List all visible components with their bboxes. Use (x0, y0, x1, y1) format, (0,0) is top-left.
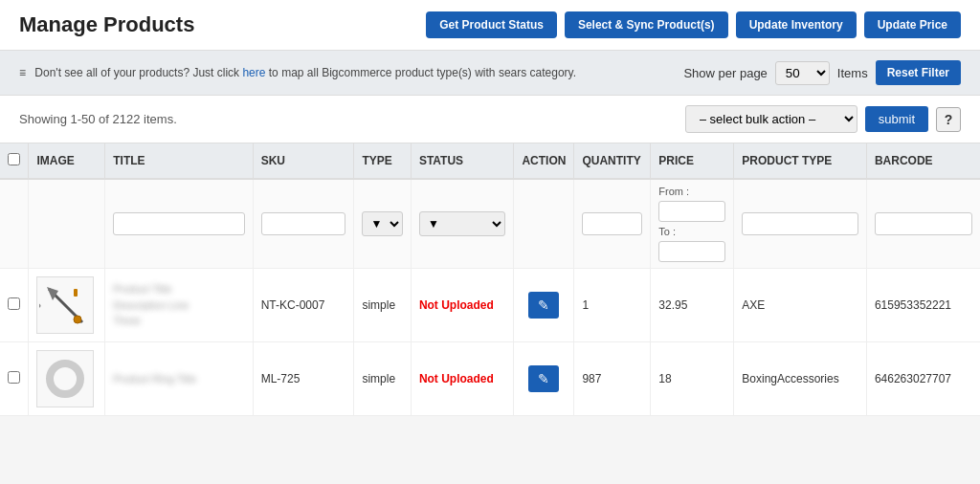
th-type: TYPE (354, 143, 411, 179)
row1-title-cell: Product TitleDescription LineThree (105, 269, 253, 342)
info-text-after-link: to map all Bigcommerce product type(s) w… (265, 66, 576, 79)
filter-title-cell (105, 179, 253, 269)
table-row: Product Ring Title ML-725 simple Not Upl… (0, 342, 980, 416)
menu-icon: ≡ (19, 66, 26, 79)
axe-image-svg (39, 279, 92, 332)
info-bar-message: ≡ Don't see all of your products? Just c… (19, 66, 576, 79)
row2-product-type: BoxingAccessories (742, 372, 838, 385)
filter-action-cell (514, 179, 574, 269)
row1-checkbox[interactable] (8, 297, 20, 310)
filter-row: ▼ simple configurable ▼ Not Uploaded Upl… (0, 179, 980, 269)
update-price-button[interactable]: Update Price (864, 11, 961, 38)
pencil-icon: ✎ (538, 297, 549, 313)
row2-image-cell (29, 342, 105, 416)
toolbar: Showing 1-50 of 2122 items. – select bul… (0, 96, 980, 143)
row2-barcode-cell: 646263027707 (866, 342, 980, 416)
row2-sku: ML-725 (261, 372, 301, 385)
toolbar-right: – select bulk action – Delete Activate D… (685, 105, 961, 133)
top-bar: Manage Products Get Product Status Selec… (0, 0, 980, 51)
row1-type: simple (362, 298, 395, 312)
th-action: ACTION (514, 143, 574, 179)
info-bar-right: Show per page 50 25 100 Items Reset Filt… (683, 60, 961, 85)
row1-barcode: 615953352221 (875, 298, 951, 312)
row2-status-cell: Not Uploaded (411, 342, 514, 416)
select-sync-button[interactable]: Select & Sync Product(s) (565, 11, 728, 38)
price-from-input[interactable] (658, 201, 725, 222)
th-status: STATUS (411, 143, 514, 179)
price-filter-group: From : To : (658, 186, 725, 262)
filter-price-cell: From : To : (651, 179, 734, 269)
get-product-status-button[interactable]: Get Product Status (426, 11, 557, 38)
main-content: IMAGE TITLE SKU TYPE STATUS ACTION QUANT… (0, 143, 980, 416)
th-sku: SKU (253, 143, 354, 179)
show-per-page-select[interactable]: 50 25 100 (775, 61, 830, 85)
reset-filter-button[interactable]: Reset Filter (876, 60, 961, 85)
row1-checkbox-cell (0, 269, 29, 342)
select-all-checkbox[interactable] (8, 153, 20, 165)
row1-prodtype-cell: AXE (734, 269, 867, 342)
row2-qty-cell: 987 (574, 342, 651, 416)
filter-type-cell: ▼ simple configurable (354, 179, 411, 269)
th-image: IMAGE (29, 143, 105, 179)
map-products-link[interactable]: here (242, 66, 265, 79)
showing-text: Showing 1-50 of 2122 items. (19, 112, 177, 126)
info-bar: ≡ Don't see all of your products? Just c… (0, 51, 980, 96)
qty-filter-input[interactable] (582, 212, 642, 235)
ring-shape (46, 360, 84, 398)
top-bar-buttons: Get Product Status Select & Sync Product… (426, 11, 961, 38)
status-filter-select[interactable]: ▼ Not Uploaded Uploaded (419, 211, 506, 236)
update-inventory-button[interactable]: Update Inventory (736, 11, 857, 38)
items-label: Items (837, 66, 868, 80)
type-filter-select[interactable]: ▼ simple configurable (362, 211, 402, 236)
row2-price-cell: 18 (651, 342, 734, 416)
filter-sku-cell (253, 179, 354, 269)
row2-checkbox[interactable] (8, 371, 20, 384)
row1-product-image (36, 276, 94, 334)
help-button[interactable]: ? (936, 107, 961, 132)
barcode-filter-input[interactable] (875, 212, 972, 235)
pencil-icon: ✎ (538, 371, 549, 386)
info-text-before-link: Don't see all of your products? Just cli… (34, 66, 242, 79)
row2-barcode: 646263027707 (875, 372, 951, 385)
row2-edit-button[interactable]: ✎ (528, 365, 559, 392)
row2-status: Not Uploaded (419, 372, 494, 385)
row1-product-type: AXE (742, 298, 765, 312)
th-quantity: QUANTITY (574, 143, 651, 179)
row2-checkbox-cell (0, 342, 29, 416)
row2-prodtype-cell: BoxingAccessories (734, 342, 867, 416)
row1-price: 32.95 (658, 298, 687, 312)
row1-sku-cell: NT-KC-0007 (253, 269, 354, 342)
title-filter-input[interactable] (113, 212, 244, 235)
price-to-label: To : (658, 226, 725, 237)
svg-rect-4 (74, 289, 78, 297)
price-to-input[interactable] (658, 241, 725, 262)
th-checkbox (0, 143, 29, 179)
table-header-row: IMAGE TITLE SKU TYPE STATUS ACTION QUANT… (0, 143, 980, 179)
row1-qty-cell: 1 (574, 269, 651, 342)
submit-button[interactable]: submit (865, 106, 928, 132)
row1-action-cell: ✎ (514, 269, 574, 342)
filter-prodtype-cell (734, 179, 867, 269)
prodtype-filter-input[interactable] (742, 212, 858, 235)
row1-title: Product TitleDescription LineThree (113, 281, 244, 329)
table-row: Product TitleDescription LineThree NT-KC… (0, 269, 980, 342)
svg-rect-0 (39, 298, 41, 315)
th-barcode: BARCODE (866, 143, 980, 179)
row1-edit-button[interactable]: ✎ (528, 292, 559, 319)
row2-title: Product Ring Title (113, 371, 244, 387)
svg-point-3 (74, 316, 81, 323)
filter-qty-cell (574, 179, 651, 269)
row2-product-image (36, 350, 94, 407)
bulk-action-select[interactable]: – select bulk action – Delete Activate D… (685, 105, 858, 133)
row2-type: simple (362, 372, 395, 385)
products-table: IMAGE TITLE SKU TYPE STATUS ACTION QUANT… (0, 143, 980, 416)
row2-sku-cell: ML-725 (253, 342, 354, 416)
th-title: TITLE (105, 143, 253, 179)
page-title: Manage Products (19, 12, 194, 37)
sku-filter-input[interactable] (261, 212, 346, 235)
row1-barcode-cell: 615953352221 (866, 269, 980, 342)
row2-quantity: 987 (582, 372, 601, 385)
row1-type-cell: simple (354, 269, 411, 342)
filter-checkbox-cell (0, 179, 29, 269)
row2-price: 18 (658, 372, 671, 385)
